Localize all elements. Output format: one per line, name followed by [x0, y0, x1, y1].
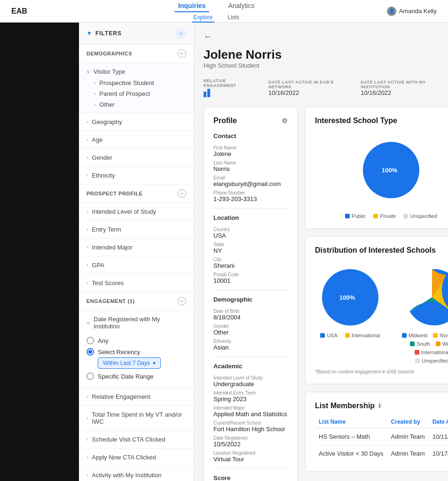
- demographic-section-title: Demographic: [213, 296, 288, 305]
- engagement-toggle[interactable]: −: [178, 297, 186, 305]
- legend-northeast-dot: [433, 333, 438, 338]
- right-panels: Interested School Type 100% Public: [305, 107, 448, 472]
- chevron-right-icon: ›: [86, 155, 88, 160]
- parent-of-prospect-filter[interactable]: › Parent of Prospect: [79, 88, 194, 99]
- date-registered-filter-item[interactable]: ∨ Date Registered with My Institution: [79, 313, 194, 332]
- apply-now-filter: › Apply Now CTA Clicked: [79, 449, 194, 466]
- ethnicity-filter-item[interactable]: › Ethnicity: [79, 170, 194, 181]
- visitor-type-filter[interactable]: ∨ Visitor Type: [79, 66, 194, 78]
- profile-subtitle: High School Student: [204, 62, 439, 69]
- region-legend: Midwest Northeast South: [397, 333, 448, 364]
- collapse-filters-button[interactable]: ‹: [176, 28, 186, 39]
- relative-engagement-stat: RELATIVE ENGAGEMENT: [204, 78, 250, 97]
- activity-item[interactable]: › Activity with My Institution: [79, 469, 194, 481]
- filters-sidebar: ▼ FILTERS ‹ DEMOGRAPHICS − ∨ Visitor Typ…: [79, 23, 194, 481]
- chevron-right-icon: ›: [86, 173, 88, 178]
- filters-title: ▼ FILTERS: [86, 30, 122, 37]
- prospect-profile-toggle[interactable]: −: [178, 189, 186, 198]
- location-section-title: Location: [213, 214, 288, 223]
- legend-unspecified: Unspecified: [403, 213, 437, 219]
- engagement-bars: [204, 88, 250, 97]
- age-filter-item[interactable]: › Age: [79, 134, 194, 146]
- legend-unspecified-dot: [403, 214, 408, 218]
- intended-level-filter-item[interactable]: › Intended Level of Study: [79, 206, 194, 217]
- user-name: Amanda Kelly: [399, 8, 437, 15]
- col-created-by: Created by: [387, 416, 429, 428]
- list-membership-title: List Membership ℹ: [315, 402, 448, 410]
- chevron-right-icon: ›: [94, 80, 95, 85]
- region-pie-chart: 100%: [397, 262, 448, 333]
- country-value: USA: [213, 232, 288, 239]
- list-info-icon[interactable]: ℹ: [378, 403, 381, 409]
- user-avatar: 👤: [387, 7, 396, 16]
- any-radio[interactable]: Any: [86, 337, 186, 344]
- gpa-filter-item[interactable]: › GPA: [79, 259, 194, 271]
- within-last-7-days-dropdown[interactable]: Within Last 7 Days ▾: [98, 357, 161, 369]
- apply-now-item[interactable]: › Apply Now CTA Clicked: [79, 451, 194, 463]
- first-name-value: Jolene: [213, 150, 288, 157]
- gender-filter-item[interactable]: › Gender: [79, 152, 194, 163]
- test-scores-filter-item[interactable]: › Test Scores: [79, 277, 194, 289]
- other-visitor-filter[interactable]: › Other: [79, 99, 194, 110]
- geography-filter-item[interactable]: › Geography: [79, 116, 194, 128]
- back-button[interactable]: ←: [204, 32, 212, 42]
- nav-tabs: Inquiries Analytics Explore Lists: [46, 0, 387, 23]
- entry-term-filter: › Entry Term: [79, 221, 194, 239]
- demographics-toggle[interactable]: −: [178, 49, 186, 58]
- chevron-right-icon: ›: [86, 437, 88, 442]
- intended-level-filter: › Intended Level of Study: [79, 203, 194, 221]
- total-time-item[interactable]: › Total Time Spent in My VT and/or IWC: [79, 409, 194, 427]
- usa-pie-container: 100% USA International: [315, 262, 385, 338]
- created-by-1: Admin Team: [387, 428, 429, 445]
- chevron-right-icon: ›: [86, 227, 88, 232]
- last-name-value: Norris: [213, 165, 288, 172]
- date-added-2: 10/17/22: [429, 445, 448, 462]
- main-content: ← Jolene Norris High School Student RELA…: [194, 23, 448, 481]
- select-recency-radio[interactable]: Select Recency: [86, 348, 186, 356]
- subtab-lists[interactable]: Lists: [226, 13, 241, 23]
- intended-major-filter-item[interactable]: › Intended Major: [79, 241, 194, 253]
- chevron-down-icon: ∨: [86, 69, 90, 74]
- profile-name: Jolene Norris: [204, 47, 439, 62]
- relative-engagement-filter: › Relative Engagement: [79, 388, 194, 406]
- intended-major-filter: › Intended Major: [79, 239, 194, 256]
- school-type-chart-card: Interested School Type 100% Public: [305, 107, 448, 229]
- entry-term-value: Spring 2023: [213, 396, 288, 403]
- chevron-right-icon: ›: [94, 102, 95, 107]
- chevron-down-icon: ▾: [153, 360, 156, 366]
- age-filter: › Age: [79, 131, 194, 149]
- schedule-visit-item[interactable]: › Schedule Visit CTA Clicked: [79, 434, 194, 445]
- specific-date-range-radio[interactable]: Specific Date Range: [86, 372, 186, 380]
- date-registered-filter: ∨ Date Registered with My Institution An…: [79, 310, 194, 388]
- filter-icon: ▼: [86, 30, 93, 37]
- col-date-added: Date Added: [429, 416, 448, 428]
- chevron-right-icon: ›: [86, 280, 88, 286]
- location-registered-value: Virtual Tour: [213, 456, 288, 463]
- created-by-2: Admin Team: [387, 445, 429, 462]
- list-membership-card: List Membership ℹ List Name Created by D…: [305, 392, 448, 472]
- tab-analytics[interactable]: Analytics: [224, 0, 258, 12]
- gender-value: Other: [213, 329, 288, 336]
- gender-filter: › Gender: [79, 149, 194, 167]
- entry-term-filter-item[interactable]: › Entry Term: [79, 224, 194, 235]
- distribution-note: *Based on content engagement in EAB netw…: [315, 369, 448, 374]
- prospective-student-filter[interactable]: › Prospective Student: [79, 78, 194, 88]
- brand-logo: EAB: [11, 7, 27, 16]
- eng-bar-2: [207, 89, 210, 97]
- svg-text:100%: 100%: [339, 294, 355, 301]
- city-value: Sherani: [213, 262, 288, 269]
- distribution-chart-card: Distribution of Interested Schools 100%: [305, 236, 448, 384]
- major-value: Applied Math and Statistics: [213, 411, 288, 418]
- legend-unspecified-right: Unspecified: [415, 358, 448, 364]
- school-type-pie-container: 100% Public Private: [315, 132, 448, 219]
- legend-unspecified-right-dot: [415, 358, 420, 363]
- subtab-explore[interactable]: Explore: [192, 13, 215, 23]
- geography-filter: › Geography: [79, 113, 194, 131]
- distribution-chart-title: Distribution of Interested Schools: [315, 246, 448, 255]
- relative-engagement-item[interactable]: › Relative Engagement: [79, 391, 194, 403]
- chevron-right-icon: ›: [86, 416, 88, 421]
- gear-icon[interactable]: ⚙: [282, 117, 288, 124]
- tab-inquiries[interactable]: Inquiries: [174, 0, 209, 12]
- any-radio-circle: [86, 337, 94, 344]
- school-value: Fort Hamilton High School: [213, 426, 288, 433]
